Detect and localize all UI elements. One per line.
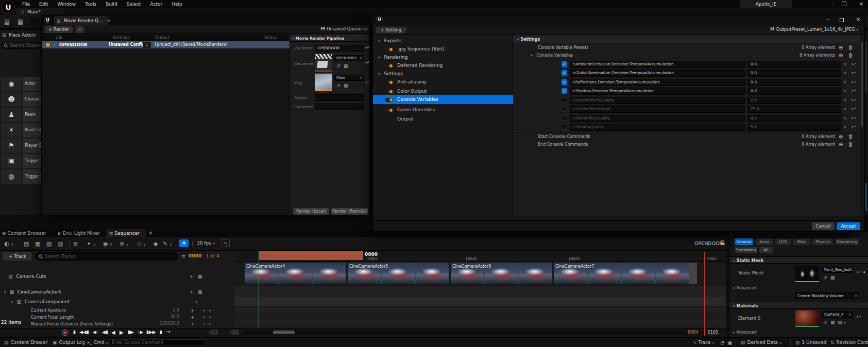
place-actor-item-player-start[interactable]: ⚑ Player Start (0, 138, 41, 153)
menu-build[interactable]: Build (106, 2, 117, 7)
static-mesh-section-header[interactable]: ▾ Static Mesh (729, 256, 868, 264)
column-output[interactable]: Output (155, 34, 169, 41)
use-selected-icon[interactable]: ↺ (336, 83, 341, 88)
start-console-commands-row[interactable]: Start Console Commands 0 Array element ⊕ (513, 132, 860, 140)
console-command-input[interactable]: Enter Console Command (109, 339, 205, 346)
element-options-icon[interactable]: ∨ (844, 62, 846, 66)
reset-icon[interactable]: ↩ (365, 45, 369, 50)
sequence-thumbnail[interactable] (315, 54, 332, 72)
track-current-aperture[interactable]: Current Aperture 2.8 + ◂ ◦ ▸ (0, 307, 234, 314)
material-options-icon[interactable]: ▨ ∨ (838, 320, 846, 325)
unsaved-button[interactable]: ▥1 Unsaved (795, 338, 826, 347)
add-key-icon[interactable]: + (191, 314, 195, 320)
advanced-expander[interactable]: ▸ Advanced (729, 329, 868, 336)
menu-actor[interactable]: Actor (150, 2, 163, 7)
trace-button[interactable]: ∿Trace ∨ (693, 338, 714, 347)
level-tab[interactable]: ⚠ Main* (16, 8, 64, 15)
reset-icon[interactable]: ↩ (852, 116, 856, 121)
variable-name-field[interactable]: r.ShadowQuality (570, 124, 745, 131)
setting-toggle[interactable] (385, 80, 393, 84)
delete-elements-icon[interactable] (848, 53, 853, 58)
add-track-button[interactable]: + Track (3, 252, 32, 261)
queue-selector[interactable]: Unsaved Queue ∨▾ (299, 26, 367, 31)
reset-icon[interactable]: ↩ (852, 107, 856, 112)
map-thumbnail[interactable] (315, 74, 332, 91)
loop-mode-icon[interactable]: → (166, 329, 170, 335)
close-button[interactable]: × (856, 0, 866, 8)
clapper-icon[interactable]: ▥ (58, 240, 63, 247)
fps-dropdown[interactable]: 30 fps ∨ (197, 240, 215, 246)
transform-options-icon[interactable]: ⊕ ∨ (120, 240, 129, 247)
content-browser-icon[interactable]: ▦ (18, 18, 23, 25)
add-element-icon[interactable]: ⊕ (839, 133, 843, 141)
place-actor-item-pawn[interactable]: ♟ Pawn (0, 108, 41, 122)
pane-scrollbar[interactable] (860, 37, 863, 214)
variable-name-field[interactable]: r.AmbientOcclusion.Denoiser.TemporalAccu… (570, 61, 745, 68)
setting-toggle[interactable] (385, 47, 393, 51)
cmd-dropdown[interactable]: ▸_Cmd ∨ (88, 338, 109, 347)
last-frame-label[interactable]: 0165 (707, 330, 719, 335)
delete-elements-icon[interactable] (848, 142, 853, 147)
details-tab-lod[interactable]: LOD (775, 238, 791, 245)
tree-group-exports[interactable]: ▾Exports (373, 37, 513, 45)
minimize-button[interactable]: – (827, 0, 838, 8)
key-nav-icons[interactable]: ◂ ◦ ▸ (203, 314, 211, 320)
tree-group-settings[interactable]: ▾Settings (373, 70, 513, 78)
variable-value-field[interactable]: 2.0 (747, 97, 841, 104)
variable-value-field[interactable]: 0.0 (747, 70, 841, 77)
delete-elements-icon[interactable] (848, 134, 853, 140)
more-options-icon[interactable]: ⋮ (67, 240, 72, 246)
tree-item-output[interactable]: Output (373, 115, 513, 123)
tree-item-jpg-sequence[interactable]: .jpg Sequence [8bit] (373, 45, 513, 53)
play-icon[interactable]: ▶ (120, 329, 124, 335)
tab-content-browser[interactable]: ▦Content Browser (2, 229, 46, 237)
element-options-icon[interactable]: ∨ (844, 125, 846, 129)
property-value[interactable]: 2.8 (155, 307, 179, 314)
editor-scrollbar[interactable] (865, 31, 867, 215)
reset-icon[interactable]: ↩ (852, 62, 856, 67)
collapse-caret-icon[interactable]: ▾ (4, 290, 6, 294)
variable-checkbox[interactable]: ✓ (561, 88, 567, 94)
setting-toggle[interactable] (385, 108, 393, 112)
tree-item-deferred-rendering[interactable]: Deferred Rendering (373, 61, 513, 70)
menu-select[interactable]: Select (127, 2, 141, 7)
render-remote-button[interactable]: Render (Remote) (331, 208, 368, 215)
details-tab-rendering[interactable]: Rendering (835, 238, 859, 245)
details-tab-streaming[interactable]: Streaming (735, 247, 757, 253)
variable-name-field[interactable]: r.Shadow.Denoiser.TemporalAccumulation (570, 88, 745, 95)
reset-icon[interactable]: ↩ (852, 80, 856, 85)
variable-value-field[interactable]: 5.0 (747, 124, 841, 131)
browse-to-asset-icon[interactable]: ▦ (830, 320, 835, 325)
browse-to-asset-icon[interactable]: ▦ (344, 83, 348, 88)
place-actor-item-character[interactable]: ☻ Character (0, 92, 41, 107)
minimize-button[interactable]: – (823, 16, 833, 24)
reset-icon[interactable]: ↩ (857, 270, 861, 275)
menu-window[interactable]: Window (58, 2, 76, 7)
variable-value-field[interactable]: 0.0 (747, 61, 841, 68)
use-selected-icon[interactable]: ↺ (336, 63, 341, 68)
add-track-icon[interactable]: + (195, 298, 199, 306)
advanced-expander[interactable]: ▾ Advanced (729, 285, 868, 291)
property-value[interactable]: 100000.0 (149, 321, 179, 327)
sequencer-tab-close-icon[interactable]: × (148, 229, 152, 237)
render-local-button[interactable]: Render (Local) (293, 208, 329, 215)
setting-toggle[interactable] (385, 90, 393, 94)
play-reverse-icon[interactable]: ◀ (111, 329, 115, 335)
delete-elements-icon[interactable] (848, 45, 853, 50)
reset-icon[interactable]: ↩ (852, 125, 856, 130)
tree-item-anti-aliasing[interactable]: Anti-aliasing (373, 78, 513, 86)
close-button[interactable]: × (853, 16, 863, 24)
setting-toggle[interactable] (385, 98, 393, 102)
camera-icon[interactable]: ▧ (46, 240, 52, 247)
column-job[interactable]: Job (56, 34, 62, 41)
details-tab-actor[interactable]: Actor (756, 238, 773, 245)
timeline-selection-range[interactable] (259, 251, 363, 260)
tab-close-icon[interactable]: × (107, 18, 111, 23)
track-cine-camera-actor[interactable]: ▾ ▦ CineCameraActor4 + ▦ (0, 287, 234, 297)
job-row[interactable]: ▸ OPENDOOR Unsaved Config* ▾ {project_di… (42, 41, 290, 48)
frame-forward-icon[interactable]: ▮▶ (128, 329, 134, 335)
tree-group-rendering[interactable]: ▾Rendering (373, 53, 513, 61)
menu-file[interactable]: File (22, 2, 30, 7)
key-nav-icons[interactable]: ◂ ◦ ▸ (203, 321, 211, 327)
add-track-icon[interactable]: + (190, 287, 194, 297)
